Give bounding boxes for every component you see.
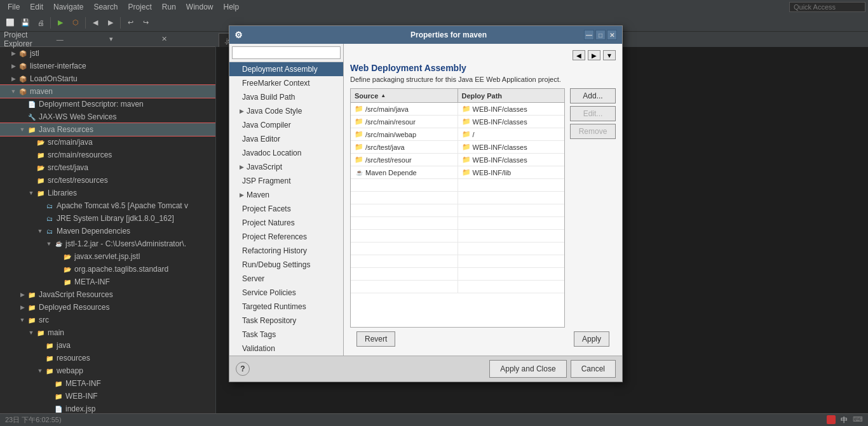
nav-item-task-repository[interactable]: Task Repository bbox=[229, 314, 343, 328]
dialog-close-btn[interactable]: ✕ bbox=[607, 30, 617, 40]
table-row[interactable] bbox=[351, 281, 564, 293]
folder-row-icon: 📁 bbox=[355, 105, 363, 114]
td-source bbox=[351, 243, 458, 255]
nav-item-label: Project Facets bbox=[242, 204, 291, 213]
nav-item-freemarker-context[interactable]: FreeMarker Context bbox=[229, 76, 343, 90]
td-deploy: 📁/ bbox=[458, 128, 565, 140]
apply-btn[interactable]: Apply bbox=[574, 331, 609, 347]
nav-item-label: Project Natures bbox=[242, 218, 295, 227]
nav-item-label: Java Code Style bbox=[247, 107, 302, 116]
dialog-maximize-btn[interactable]: □ bbox=[595, 30, 606, 40]
nav-forward-btn[interactable]: ▶ bbox=[588, 50, 600, 60]
td-deploy bbox=[458, 217, 565, 229]
table-body[interactable]: 📁/src/main/java 📁WEB-INF/classes 📁/src/m… bbox=[351, 103, 564, 327]
table-row[interactable] bbox=[351, 204, 564, 217]
dialog-nav: Deployment Assembly FreeMarker Context J… bbox=[229, 44, 344, 356]
nav-arrow-icon: ▶ bbox=[240, 192, 244, 198]
nav-item-java-editor[interactable]: Java Editor bbox=[229, 132, 343, 146]
nav-item-project-facets[interactable]: Project Facets bbox=[229, 202, 343, 216]
nav-item-task-tags[interactable]: Task Tags bbox=[229, 328, 343, 342]
nav-item-label: Maven bbox=[247, 190, 269, 199]
nav-item-label: JSP Fragment bbox=[242, 176, 290, 185]
table-row[interactable] bbox=[351, 243, 564, 255]
table-row[interactable]: 📁/src/main/webap 📁/ bbox=[351, 128, 564, 141]
td-source bbox=[351, 230, 458, 242]
table-row[interactable] bbox=[351, 255, 564, 268]
nav-item-label: JavaScript bbox=[247, 163, 282, 171]
nav-item-label: Java Compiler bbox=[242, 121, 291, 130]
apply-close-btn[interactable]: Apply and Close bbox=[489, 360, 566, 378]
nav-item-run/debug-settings[interactable]: Run/Debug Settings bbox=[229, 258, 343, 272]
table-row[interactable]: ☕Maven Depende 📁WEB-INF/lib bbox=[351, 166, 564, 179]
nav-item-deployment-assembly[interactable]: Deployment Assembly bbox=[229, 62, 343, 76]
table-row[interactable] bbox=[351, 179, 564, 192]
nav-item-label: Server bbox=[242, 274, 264, 283]
remove-btn[interactable]: Remove bbox=[570, 124, 616, 139]
table-row[interactable]: 📁/src/main/resour 📁WEB-INF/classes bbox=[351, 116, 564, 128]
nav-item-label: Task Repository bbox=[242, 316, 296, 325]
nav-item-project-natures[interactable]: Project Natures bbox=[229, 216, 343, 230]
td-source bbox=[351, 255, 458, 267]
td-deploy bbox=[458, 268, 565, 280]
dialog-minimize-btn[interactable]: — bbox=[584, 30, 594, 40]
td-source bbox=[351, 204, 458, 216]
dialog-titlebar: ⚙ Properties for maven — □ ✕ bbox=[229, 26, 622, 44]
nav-item-label: Deployment Assembly bbox=[242, 65, 318, 74]
nav-item-project-references[interactable]: Project References bbox=[229, 230, 343, 244]
td-source: 📁/src/main/java bbox=[351, 103, 458, 115]
td-deploy: 📁WEB-INF/classes bbox=[458, 103, 565, 115]
cancel-btn[interactable]: Cancel bbox=[571, 360, 616, 378]
nav-down-btn[interactable]: ▼ bbox=[603, 50, 616, 60]
nav-item-maven[interactable]: ▶ Maven bbox=[229, 188, 343, 202]
table-buttons-row: Source ▲ Deploy Path 📁/src/main/java 📁WE… bbox=[350, 88, 616, 328]
nav-item-label: Project References bbox=[242, 232, 307, 241]
nav-item-javadoc-location[interactable]: Javadoc Location bbox=[229, 146, 343, 160]
td-source: 📁/src/test/resour bbox=[351, 154, 458, 166]
td-source: 📁/src/main/webap bbox=[351, 128, 458, 140]
nav-item-java-compiler[interactable]: Java Compiler bbox=[229, 118, 343, 132]
table-row[interactable]: 📁/src/main/java 📁WEB-INF/classes bbox=[351, 103, 564, 116]
nav-arrow-icon: ▶ bbox=[240, 108, 244, 114]
dialog-footer: ? Apply and Close Cancel bbox=[229, 356, 622, 382]
nav-item-java-code-style[interactable]: ▶ Java Code Style bbox=[229, 104, 343, 118]
td-deploy bbox=[458, 243, 565, 255]
nav-back-btn[interactable]: ◀ bbox=[573, 50, 585, 60]
nav-item-server[interactable]: Server bbox=[229, 272, 343, 286]
nav-item-targeted-runtimes[interactable]: Targeted Runtimes bbox=[229, 300, 343, 314]
table-row[interactable] bbox=[351, 192, 564, 204]
revert-btn[interactable]: Revert bbox=[356, 331, 395, 347]
td-deploy bbox=[458, 230, 565, 242]
nav-item-label: Javadoc Location bbox=[242, 149, 301, 157]
dialog-body: Deployment Assembly FreeMarker Context J… bbox=[229, 44, 622, 356]
td-source: ☕Maven Depende bbox=[351, 166, 458, 178]
nav-item-label: FreeMarker Context bbox=[242, 79, 310, 88]
add-btn[interactable]: Add... bbox=[570, 88, 616, 103]
jar-row-icon: ☕ bbox=[355, 168, 363, 177]
folder-row-icon: 📁 bbox=[355, 156, 363, 164]
td-source: 📁/src/test/java bbox=[351, 141, 458, 153]
td-deploy: 📁WEB-INF/classes bbox=[458, 116, 565, 128]
folder-row-icon: 📁 bbox=[355, 130, 363, 139]
nav-item-javascript[interactable]: ▶ JavaScript bbox=[229, 160, 343, 174]
folder-row-icon: 📁 bbox=[355, 117, 363, 126]
nav-items-container: Deployment Assembly FreeMarker Context J… bbox=[229, 62, 343, 356]
table-row[interactable]: 📁/src/test/java 📁WEB-INF/classes bbox=[351, 141, 564, 154]
td-source bbox=[351, 179, 458, 191]
help-btn[interactable]: ? bbox=[236, 362, 250, 376]
edit-btn[interactable]: Edit... bbox=[570, 106, 616, 121]
nav-item-label: Targeted Runtimes bbox=[242, 302, 306, 311]
nav-item-service-policies[interactable]: Service Policies bbox=[229, 286, 343, 300]
nav-item-refactoring-history[interactable]: Refactoring History bbox=[229, 244, 343, 258]
dialog-content: ◀ ▶ ▼ Web Deployment Assembly Define pac… bbox=[344, 44, 622, 356]
nav-item-jsp-fragment[interactable]: JSP Fragment bbox=[229, 174, 343, 188]
nav-item-java-build-path[interactable]: Java Build Path bbox=[229, 90, 343, 104]
deploy-folder-icon: 📁 bbox=[462, 168, 471, 177]
table-row[interactable] bbox=[351, 230, 564, 243]
td-source: 📁/src/main/resour bbox=[351, 116, 458, 128]
nav-item-validation[interactable]: Validation bbox=[229, 342, 343, 356]
table-row[interactable] bbox=[351, 217, 564, 230]
dialog-overlay: ⚙ Properties for maven — □ ✕ Deployment … bbox=[0, 0, 868, 426]
nav-filter-input[interactable] bbox=[232, 46, 341, 59]
table-row[interactable] bbox=[351, 268, 564, 281]
table-row[interactable]: 📁/src/test/resour 📁WEB-INF/classes bbox=[351, 154, 564, 166]
